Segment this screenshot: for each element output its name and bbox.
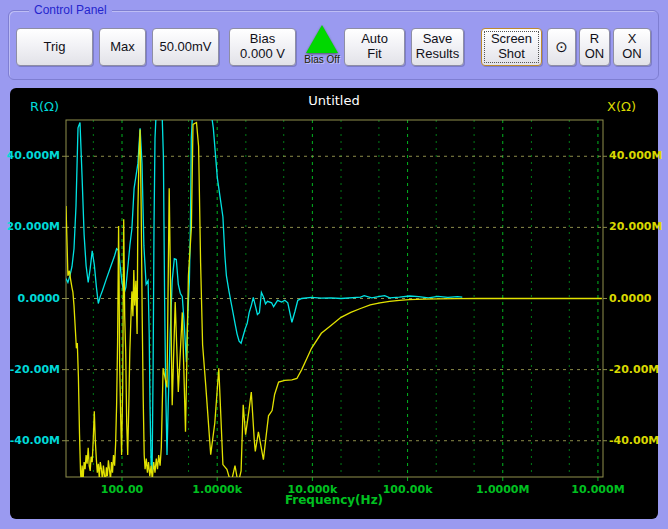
r-on-button[interactable]: R ON [579,28,610,66]
save-results-label-line1: Save [423,32,453,47]
right-y-tick-label: -40.00M [609,434,659,447]
x-on-label-line1: X [628,32,637,47]
bias-status-triangle-icon [306,25,338,53]
save-results-label-line2: Results [416,47,459,62]
trig-button[interactable]: Trig [16,28,93,66]
bias-button-label-line1: Bias [250,32,275,47]
left-y-tick-label: 40.000M [7,149,60,162]
right-y-tick-label: -20.00M [609,363,659,376]
screen-shot-label-line2: Shot [498,47,525,62]
left-y-tick-label: 0.0000 [18,292,60,305]
auto-fit-label-line1: Auto [361,32,388,47]
bias-button-label-line2: 0.000 V [240,47,285,62]
max-button[interactable]: Max [99,28,146,66]
circle-dot-icon: ⊙ [555,39,568,56]
right-y-tick-label: 20.000M [609,220,662,233]
level-button[interactable]: 50.00mV [152,28,219,66]
screen-shot-button[interactable]: Screen Shot [481,28,542,66]
r-trace [66,114,462,472]
trig-button-label: Trig [44,40,66,55]
screen-shot-label-line1: Screen [491,32,532,47]
auto-fit-button[interactable]: Auto Fit [344,28,405,66]
right-y-tick-label: 0.0000 [609,292,651,305]
x-on-label-line2: ON [622,47,642,62]
left-y-tick-label: 20.000M [7,220,60,233]
x-on-button[interactable]: X ON [613,28,651,66]
left-y-tick-label: -20.00M [10,363,60,376]
level-button-label: 50.00mV [159,40,211,55]
r-on-label-line2: ON [585,47,605,62]
chart-plot-area [10,88,658,519]
auto-fit-label-line2: Fit [367,47,381,62]
x-axis-label: Frequency(Hz) [10,493,658,507]
bias-button[interactable]: Bias 0.000 V [229,28,296,66]
impedance-chart-panel: Untitled R(Ω) X(Ω) 40.000M40.000M20.000M… [10,88,658,519]
instrument-app-window: { "control_panel": { "title": "Control P… [0,0,668,529]
r-on-label-line1: R [590,32,599,47]
max-button-label: Max [110,40,135,55]
marker-circle-dot-button[interactable]: ⊙ [547,28,576,66]
x-trace [66,123,602,484]
bias-status-label: Bias Off [292,54,352,65]
control-panel-title: Control Panel [29,3,112,17]
save-results-button[interactable]: Save Results [411,28,464,66]
right-y-tick-label: 40.000M [609,149,662,162]
left-y-tick-label: -40.00M [10,434,60,447]
